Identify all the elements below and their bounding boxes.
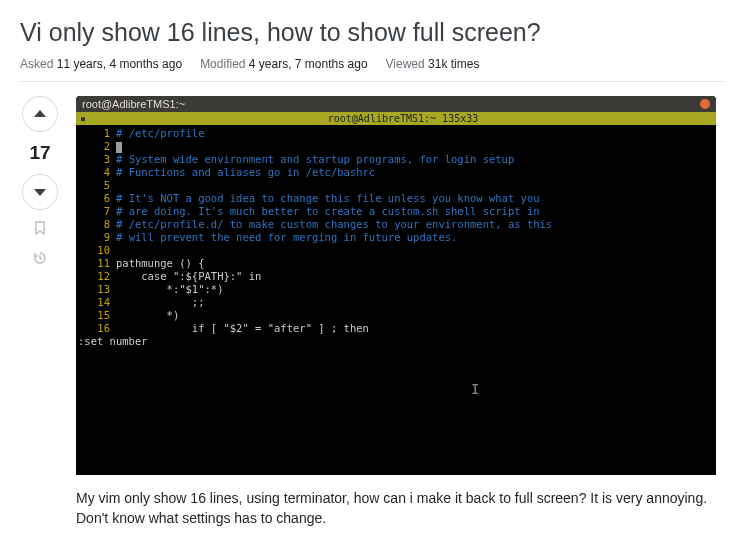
code-line: 8# /etc/profile.d/ to make custom change… [76,218,716,231]
terminal-status-text: root@AdlibreTMS1:~ 135x33 [90,113,716,124]
chevron-up-icon [32,106,48,122]
code-line: 12 case ":${PATH}:" in [76,270,716,283]
code-line: 2 [76,140,716,153]
code-line: 14 ;; [76,296,716,309]
divider [20,81,725,82]
terminal-screenshot: root@AdlibreTMS1:~ ▪ root@AdlibreTMS1:~ … [76,96,716,475]
terminal-window-title: root@AdlibreTMS1:~ [82,98,185,110]
code-line: 13 *:"$1":*) [76,283,716,296]
code-line: 15 *) [76,309,716,322]
modified-label: Modified [200,57,245,71]
question-body: My vim only show 16 lines, using termina… [76,489,716,528]
cursor-block [116,142,122,153]
code-line: 6# It's NOT a good idea to change this f… [76,192,716,205]
code-line: 16 if [ "$2" = "after" ] ; then [76,322,716,335]
terminal-titlebar: root@AdlibreTMS1:~ [76,96,716,112]
terminal-statusbar: ▪ root@AdlibreTMS1:~ 135x33 [76,112,716,125]
code-line: 7# are doing. It's much better to create… [76,205,716,218]
vote-column: 17 [20,96,60,528]
code-line: 5 [76,179,716,192]
upvote-button[interactable] [22,96,58,132]
chevron-down-icon [32,184,48,200]
close-icon [700,99,710,109]
history-button[interactable] [32,250,48,270]
bookmark-icon [32,220,48,236]
code-line: 10 [76,244,716,257]
asked-value: 11 years, 4 months ago [57,57,182,71]
modified-value: 4 years, 7 months ago [249,57,368,71]
history-icon [32,250,48,266]
asked-label: Asked [20,57,53,71]
text-cursor-icon: I [471,383,479,396]
question-title: Vi only show 16 lines, how to show full … [20,18,725,47]
question-meta: Asked 11 years, 4 months ago Modified 4 … [20,57,725,71]
post: 17 root@AdlibreTMS1:~ ▪ root@AdlibreTMS1… [20,96,725,528]
code-line: 1# /etc/profile [76,127,716,140]
code-line: 4# Functions and aliases go in /etc/bash… [76,166,716,179]
code-line: 9# will prevent the need for merging in … [76,231,716,244]
terminal-icon: ▪ [76,113,90,124]
post-content: root@AdlibreTMS1:~ ▪ root@AdlibreTMS1:~ … [76,96,725,528]
code-line: 3# System wide environment and startup p… [76,153,716,166]
viewed-value: 31k times [428,57,479,71]
vote-score: 17 [29,142,50,164]
terminal-body: 1# /etc/profile23# System wide environme… [76,125,716,475]
downvote-button[interactable] [22,174,58,210]
vim-ex-command: :set number [76,335,716,348]
viewed-label: Viewed [386,57,425,71]
bookmark-button[interactable] [32,220,48,240]
code-line: 11pathmunge () { [76,257,716,270]
